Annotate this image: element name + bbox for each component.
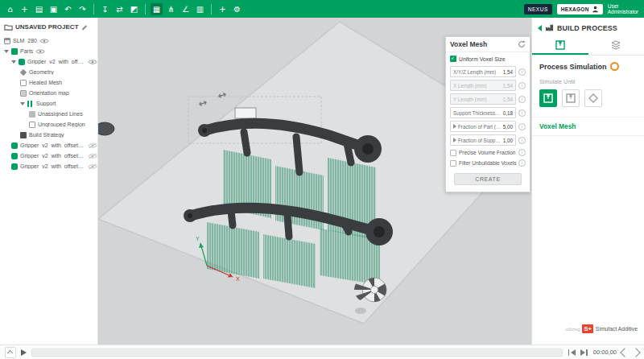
info-icon[interactable] [518, 159, 526, 167]
caret-down-icon[interactable] [20, 102, 25, 105]
support-tool-icon[interactable]: ⋔ [165, 3, 177, 15]
open-project-icon[interactable]: ▤ [33, 3, 45, 15]
dimension-label-box[interactable] [235, 108, 256, 118]
main-toolbar: ⌂ + ▤ ▣ ↶ ↷ ↧ ⇄ ◩ ▦ ⋔ ∠ ▥ + ⚙ NEXUS HEXA… [0, 0, 644, 18]
axis-x-label: X [236, 276, 240, 282]
support-thickness-field[interactable]: Support Thickness (mm) 0,18 [450, 107, 516, 118]
fraction-of-part-field[interactable]: Fraction of Part (%) 5,00 [450, 121, 516, 132]
build-process-panel: BUILD PROCESS Process Simulation Simulat… [531, 18, 644, 345]
checkbox-unchecked-icon[interactable] [450, 160, 456, 167]
tree-item-parts[interactable]: Parts [0, 46, 97, 56]
voxel-mesh-panel: Voxel Mesh Uniform Voxel Size X/Y/Z Leng… [445, 36, 530, 192]
filter-unbuildable-voxels-checkbox[interactable]: Filter Unbuildable Voxels [450, 159, 526, 167]
info-icon[interactable] [518, 123, 526, 130]
checkbox-unchecked-icon[interactable] [450, 150, 456, 156]
eye-off-icon[interactable] [88, 142, 97, 149]
machine-icon [4, 38, 10, 44]
user-info[interactable]: User Administrator [608, 3, 640, 15]
info-icon[interactable] [518, 109, 526, 117]
info-icon[interactable] [518, 137, 526, 144]
hexagon-logo[interactable]: HEXAGON [557, 4, 603, 14]
info-icon[interactable] [518, 96, 526, 103]
precise-volume-fraction-checkbox[interactable]: Precise Volume Fraction [450, 149, 526, 156]
viewport-3d[interactable]: ↔ ↔ [98, 18, 531, 345]
caret-down-icon[interactable] [11, 60, 16, 64]
timeline-scrubber[interactable] [31, 349, 563, 357]
eye-off-icon[interactable] [88, 163, 97, 170]
field-row: X Length (mm) 1,54 [450, 80, 526, 91]
step-back-icon[interactable] [620, 348, 629, 357]
voxel-panel-header[interactable]: Voxel Mesh [446, 37, 530, 52]
tab-process-simulation[interactable] [532, 36, 588, 55]
tree-item-ungrouped-region[interactable]: Ungrouped Region [0, 119, 97, 130]
lines-icon [29, 111, 35, 118]
arrange-tool-icon[interactable]: ▦ [151, 3, 163, 15]
simulate-until-build-button[interactable] [539, 89, 557, 107]
import-icon[interactable]: ↧ [99, 3, 111, 15]
checkbox-checked-icon[interactable] [450, 56, 456, 62]
tree-item-gripper[interactable]: Gripper_v2_with_offsets [0, 56, 97, 67]
x-length-field: X Length (mm) 1,54 [450, 80, 516, 91]
expand-caret-icon[interactable] [453, 124, 456, 129]
play-button[interactable] [21, 349, 27, 356]
table-view-icon[interactable]: ▥ [194, 3, 206, 15]
tree-item-orientation-map[interactable]: Orientation map [0, 88, 97, 98]
xyz-length-field[interactable]: X/Y/Z Length (mm) 1,54 [450, 66, 516, 77]
skip-to-start-icon[interactable] [568, 349, 576, 357]
caret-down-icon[interactable] [4, 50, 9, 53]
tree-item-healed-mesh[interactable]: Healed Mesh [0, 77, 97, 88]
checkbox-label: Filter Unbuildable Voxels [459, 160, 517, 166]
tree-item-geometry[interactable]: Geometry [0, 67, 97, 77]
tree-item-unassigned-lines[interactable]: Unassigned Lines [0, 109, 97, 119]
tree-item-gripper-copy-1[interactable]: Gripper_v2_with_offsets-Copy(1) [0, 140, 97, 151]
project-header[interactable]: UNSAVED PROJECT [0, 18, 97, 35]
mesh-icon [20, 80, 27, 86]
panel-collapse-icon[interactable] [538, 25, 542, 31]
tree-item-label: Healed Mesh [29, 80, 62, 85]
fraction-of-support-field[interactable]: Fraction of Support (%) 1,00 [450, 134, 516, 146]
settings-icon[interactable]: ⚙ [231, 3, 243, 15]
info-icon[interactable] [518, 68, 526, 76]
tree-item-gripper-copy-3[interactable]: Gripper_v2_with_offsets-Copy(3) [0, 161, 97, 171]
create-button[interactable]: CREATE [454, 173, 522, 185]
eye-off-icon[interactable] [88, 153, 97, 159]
simulate-until-final-part-button[interactable] [584, 89, 602, 107]
add-tool-icon[interactable]: + [217, 3, 229, 15]
voxel-mesh-section[interactable]: Voxel Mesh [532, 117, 644, 136]
panel-footer: utilizing S+ Simufact Additive [532, 324, 644, 345]
orientation-tool-icon[interactable]: ◩ [128, 3, 140, 15]
field-row: X/Y/Z Length (mm) 1,54 [450, 66, 526, 77]
measure-tool-icon[interactable]: ∠ [180, 3, 192, 15]
redo-icon[interactable]: ↷ [76, 3, 89, 15]
expand-caret-icon[interactable] [453, 138, 456, 142]
undo-icon[interactable]: ↶ [62, 3, 74, 15]
tree-item-support[interactable]: Support [0, 98, 97, 109]
uniform-voxel-size-checkbox[interactable]: Uniform Voxel Size [450, 56, 526, 62]
save-project-icon[interactable]: ▣ [47, 3, 60, 15]
transform-icon[interactable]: ⇄ [114, 3, 126, 15]
drag-handle-icon[interactable]: ↔ [196, 96, 208, 110]
tree-item-machine[interactable]: SLM_280 [0, 35, 97, 46]
edit-pencil-icon[interactable] [81, 23, 89, 31]
warning-badge-icon[interactable] [610, 62, 619, 71]
info-icon[interactable] [518, 149, 526, 156]
step-forward-icon[interactable] [631, 348, 640, 357]
tree-item-gripper-copy-2[interactable]: Gripper_v2_with_offsets-Copy(2) [0, 151, 97, 161]
timeline-collapse-button[interactable] [5, 347, 16, 358]
home-icon[interactable]: ⌂ [4, 3, 16, 15]
eye-icon[interactable] [88, 59, 97, 65]
simulate-until-support-removal-button[interactable] [562, 89, 580, 107]
info-icon[interactable] [518, 82, 526, 89]
part-icon [19, 59, 25, 65]
tab-layers[interactable] [588, 36, 644, 55]
refresh-icon[interactable] [518, 40, 526, 48]
eye-icon[interactable] [35, 48, 45, 55]
drag-handle-icon[interactable]: ↔ [216, 88, 228, 102]
project-title: UNSAVED PROJECT [15, 23, 79, 31]
tree-item-build-strategy[interactable]: Build Strategy [0, 130, 97, 140]
skip-to-end-icon[interactable] [580, 349, 588, 357]
part-icon [11, 142, 18, 149]
eye-icon[interactable] [39, 38, 49, 44]
nexus-logo[interactable]: NEXUS [524, 4, 552, 14]
new-project-icon[interactable]: + [19, 3, 31, 15]
